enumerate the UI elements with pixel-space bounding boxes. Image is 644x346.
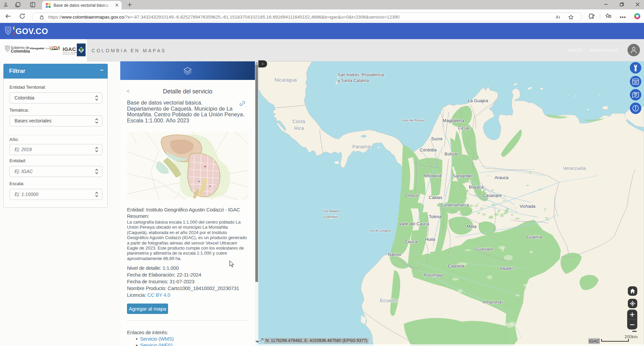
svg-text:Isla de Gorgona: Isla de Gorgona <box>369 229 391 232</box>
svg-text:Guaviare: Guaviare <box>475 247 493 252</box>
svg-text:Chocó: Chocó <box>405 193 418 198</box>
svg-text:Casanare: Casanare <box>483 193 502 198</box>
svg-text:Magdalena: Magdalena <box>443 118 464 123</box>
svg-text:Bolívar: Bolívar <box>445 151 458 156</box>
svg-text:Costa: Costa <box>292 119 305 124</box>
svg-text:200km: 200km <box>624 335 638 339</box>
svg-text:Arauca: Arauca <box>494 175 509 180</box>
svg-text:Vichada: Vichada <box>520 204 536 209</box>
svg-text:Valle del Cauca: Valle del Cauca <box>399 221 429 226</box>
svg-text:Vaupés: Vaupés <box>500 266 514 271</box>
svg-text:Caldas: Caldas <box>429 195 443 200</box>
svg-text:Sucre: Sucre <box>431 136 443 141</box>
svg-text:A: A <box>556 15 558 20</box>
svg-text:San Andrés, Providencia: San Andrés, Providencia <box>338 73 384 77</box>
svg-text:Isla Malpelo: Isla Malpelo <box>323 209 340 213</box>
svg-text:Guainía: Guainía <box>526 234 542 239</box>
svg-text:Santander: Santander <box>453 173 473 178</box>
svg-text:Cesar: Cesar <box>458 125 470 131</box>
svg-text:La Guajira: La Guajira <box>468 98 488 103</box>
svg-text:Meta: Meta <box>467 224 477 229</box>
svg-text:Antioquia: Antioquia <box>423 173 442 178</box>
svg-text:Cauca: Cauca <box>405 239 417 244</box>
svg-text:y Santa Catalina: y Santa Catalina <box>338 78 369 83</box>
svg-text:Islas del Rosario: Islas del Rosario <box>402 119 425 122</box>
svg-text:Amazonas: Amazonas <box>483 299 504 305</box>
svg-text:Putumayo: Putumayo <box>424 272 444 278</box>
svg-text:Ecuador: Ecuador <box>380 298 398 303</box>
svg-text:Tolima: Tolima <box>429 214 442 219</box>
svg-text:Boyacá: Boyacá <box>469 184 484 190</box>
svg-text:Venezuela: Venezuela <box>563 166 586 171</box>
svg-text:Cundinamarca: Cundinamarca <box>441 202 469 207</box>
svg-text:Caquetá: Caquetá <box>448 263 464 268</box>
svg-text:Córdoba: Córdoba <box>420 147 437 152</box>
svg-text:Huila: Huila <box>425 237 435 242</box>
svg-text:Rica: Rica <box>294 125 304 131</box>
svg-text:Nicaragua: Nicaragua <box>275 77 297 83</box>
svg-text:Panamá: Panamá <box>352 144 371 149</box>
svg-text:Nariño: Nariño <box>388 252 401 257</box>
svg-text:(Colombia): (Colombia) <box>323 215 338 219</box>
